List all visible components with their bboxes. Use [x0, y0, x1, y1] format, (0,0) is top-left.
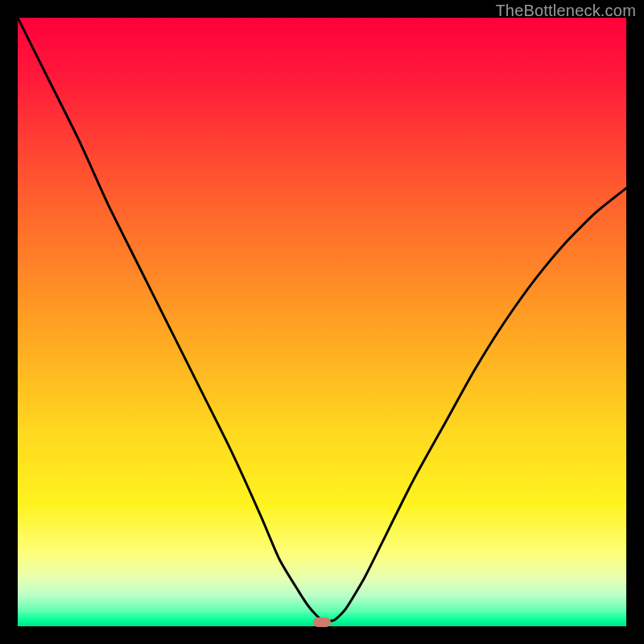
optimal-marker	[313, 617, 331, 627]
bottleneck-curve	[18, 18, 626, 626]
chart-frame: TheBottleneck.com	[0, 0, 644, 644]
plot-area	[18, 18, 626, 626]
